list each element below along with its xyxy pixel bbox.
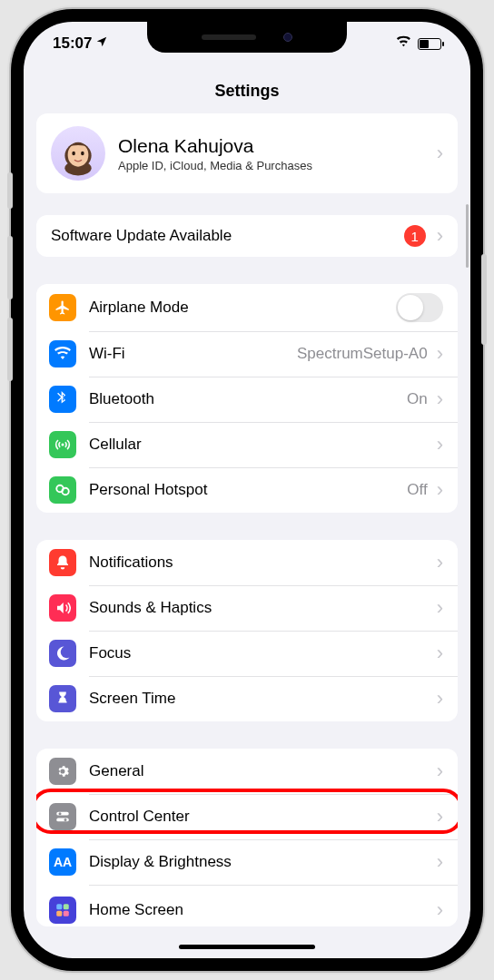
wifi-row[interactable]: Wi-Fi SpectrumSetup-A0 › [36, 331, 458, 377]
svg-point-2 [68, 143, 89, 167]
control-center-icon [49, 803, 76, 830]
chevron-right-icon: › [437, 142, 443, 165]
screentime-label: Screen Time [89, 690, 431, 708]
display-row[interactable]: AA Display & Brightness › [36, 839, 458, 885]
chevron-right-icon: › [437, 850, 443, 874]
focus-label: Focus [89, 644, 431, 662]
svg-point-3 [72, 152, 75, 156]
bluetooth-value: On [407, 390, 428, 408]
notifications-group: Notifications › Sounds & Haptics › [36, 540, 458, 721]
wifi-status-icon [396, 34, 412, 53]
general-group: General › Control Center › AA Display & … [36, 749, 458, 926]
bluetooth-row[interactable]: Bluetooth On › [36, 377, 458, 422]
home-indicator[interactable] [179, 945, 315, 949]
bluetooth-icon [49, 386, 76, 413]
location-icon [95, 34, 108, 53]
general-label: General [89, 762, 431, 780]
airplane-row[interactable]: Airplane Mode [36, 284, 458, 331]
software-update-card[interactable]: Software Update Available 1 › [36, 215, 458, 257]
profile-sub: Apple ID, iCloud, Media & Purchases [118, 159, 431, 172]
svg-rect-12 [64, 904, 69, 909]
general-icon [49, 758, 76, 785]
svg-point-8 [59, 812, 62, 815]
airplane-icon [49, 294, 76, 321]
home-icon [49, 897, 76, 924]
scroll-indicator[interactable] [466, 204, 469, 268]
chevron-right-icon: › [437, 387, 443, 411]
bluetooth-label: Bluetooth [89, 390, 407, 408]
svg-rect-9 [56, 818, 69, 822]
chevron-right-icon: › [437, 805, 443, 828]
chevron-right-icon: › [437, 433, 443, 456]
airplane-toggle[interactable] [396, 293, 443, 322]
svg-point-10 [64, 818, 67, 821]
chevron-right-icon: › [437, 687, 443, 710]
cellular-icon [49, 431, 76, 458]
hotspot-label: Personal Hotspot [89, 481, 407, 499]
hotspot-icon [49, 476, 76, 504]
control-center-row[interactable]: Control Center › [36, 794, 458, 839]
focus-icon [49, 640, 76, 667]
general-row[interactable]: General › [36, 749, 458, 794]
chevron-right-icon: › [437, 642, 443, 665]
chevron-right-icon: › [437, 551, 443, 574]
screentime-row[interactable]: Screen Time › [36, 676, 458, 721]
sounds-icon [49, 594, 76, 622]
svg-rect-11 [56, 904, 62, 909]
home-row[interactable]: Home Screen › [36, 885, 458, 926]
avatar [51, 126, 105, 181]
cellular-row[interactable]: Cellular › [36, 422, 458, 467]
cellular-label: Cellular [89, 436, 431, 454]
software-update-label: Software Update Available [51, 227, 404, 245]
profile-card[interactable]: Olena Kahujova Apple ID, iCloud, Media &… [36, 113, 458, 193]
chevron-right-icon: › [437, 898, 443, 922]
svg-rect-7 [56, 812, 69, 816]
chevron-right-icon: › [437, 342, 443, 366]
screentime-icon [49, 685, 76, 712]
profile-name: Olena Kahujova [118, 135, 431, 157]
chevron-right-icon: › [437, 224, 443, 248]
wifi-icon [49, 340, 76, 368]
chevron-right-icon: › [437, 596, 443, 620]
home-label: Home Screen [89, 901, 431, 919]
notifications-label: Notifications [89, 554, 431, 572]
hotspot-row[interactable]: Personal Hotspot Off › [36, 467, 458, 513]
control-center-label: Control Center [89, 808, 431, 826]
wifi-value: SpectrumSetup-A0 [297, 345, 428, 363]
connectivity-group: Airplane Mode Wi-Fi SpectrumSetup-A0 › [36, 284, 458, 513]
hotspot-value: Off [407, 481, 427, 499]
notifications-row[interactable]: Notifications › [36, 540, 458, 585]
update-badge: 1 [404, 225, 426, 247]
display-icon: AA [49, 848, 76, 876]
svg-rect-13 [56, 911, 62, 916]
battery-icon [418, 38, 441, 50]
sounds-label: Sounds & Haptics [89, 599, 431, 617]
notch [147, 22, 347, 53]
status-time: 15:07 [53, 34, 92, 53]
svg-point-4 [81, 152, 84, 156]
airplane-label: Airplane Mode [89, 299, 396, 317]
page-title: Settings [24, 65, 470, 113]
chevron-right-icon: › [437, 478, 443, 502]
wifi-label: Wi-Fi [89, 345, 297, 363]
focus-row[interactable]: Focus › [36, 631, 458, 676]
svg-rect-14 [64, 911, 69, 916]
sounds-row[interactable]: Sounds & Haptics › [36, 585, 458, 631]
display-label: Display & Brightness [89, 853, 431, 871]
chevron-right-icon: › [437, 760, 443, 783]
notifications-icon [49, 549, 76, 576]
